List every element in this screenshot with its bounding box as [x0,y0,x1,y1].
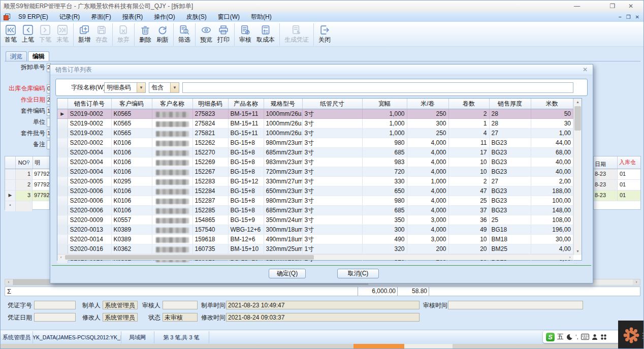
column-header[interactable]: 销售厚度 [489,99,531,109]
cancel-button[interactable]: 取消(C) [337,269,379,278]
menu-item[interactable]: 皮肤(S) [181,12,212,22]
table-row[interactable]: S2020-0005 K0295 152283 BG-15+12 330mm/2… [57,177,573,186]
table-row[interactable]: 8-23 01 [594,191,640,201]
toolbar-button[interactable]: 删除 [134,23,154,46]
table-row[interactable]: S2020-0006 K0106 152285 BG-15+8 685mm/23… [57,206,573,215]
scroll-right-icon[interactable]: › [566,255,573,260]
menu-item[interactable]: 记录(R) [54,12,86,22]
table-row[interactable]: S2020-0016 K0362 160735 BM-15+10 320mm/2… [57,244,573,254]
child-close-icon[interactable]: ✕ [635,14,639,20]
column-header[interactable]: 纸管尺寸 [302,99,362,109]
column-header[interactable]: 产品名称 [228,99,264,109]
scroll-thumb[interactable] [574,106,581,131]
table-row[interactable]: S2020-0002 K0106 152262 BG-15+8 980mm/23… [57,138,573,148]
column-header[interactable]: 客户名称 [152,99,192,109]
table-row[interactable]: ▶ S2019-0002 K0565 275823 BM-15+11 1000m… [57,109,573,119]
scroll-thumb[interactable] [65,255,314,260]
keyboard-icon[interactable] [581,334,589,340]
creator-field[interactable]: 系统管理员 [103,301,138,309]
column-header[interactable]: 明细条码 [192,99,228,109]
toolbar-button[interactable]: 预览 [195,23,215,46]
scroll-up-icon[interactable]: ▲ [574,99,582,106]
toolbar-button[interactable]: 打印 [215,23,232,46]
column-header[interactable]: 米/卷 [407,99,448,109]
status-field[interactable]: 未审核 [163,313,198,322]
filter-operator-select[interactable]: 包含 ▼ [149,82,179,93]
table-row[interactable]: S2020-0006 K0106 152284 BG-15+8 650mm/23… [57,186,573,196]
no-column-header[interactable]: NO [16,156,33,169]
table-row[interactable]: 8-23 01 [594,180,640,191]
toolbar-button[interactable]: 筛选 [173,23,193,46]
table-row[interactable]: S2020-0004 K0106 152269 BG-15+8 983mm/23… [57,157,573,167]
toolbar-button[interactable]: 关闭 [313,23,333,46]
table-row[interactable]: S2020-0009 K0557 154865 BG-15+9 350mm/24… [57,215,573,225]
detail-column-header[interactable]: 明 [33,156,49,169]
voucher-date-field[interactable] [34,313,76,322]
column-header[interactable]: 宽幅 [362,99,407,109]
toolbar-button[interactable]: 取成本 [254,23,277,46]
table-row[interactable]: S2020-0004 K0106 152267 BG-15+8 720mm/23… [57,167,573,177]
toolbar-button[interactable]: 放弃 [112,23,132,46]
table-row[interactable]: S2020-0006 K0106 152287 BG-15+8 980mm/23… [57,196,573,206]
scroll-right-icon[interactable]: › [633,279,640,285]
column-header[interactable]: 客户编码 [111,99,152,109]
voucher-no-field[interactable] [34,301,76,309]
table-row[interactable]: 8-23 01 [594,169,640,180]
close-button[interactable]: ✕ [623,1,638,12]
toolbox-icon[interactable] [600,334,607,340]
chevron-down-icon[interactable]: ▼ [137,83,145,92]
table-row[interactable]: ▶ 3 97792 [5,191,49,201]
column-header[interactable]: 米数 [531,99,573,109]
scroll-down-icon[interactable]: ▼ [574,248,582,255]
modifier-field[interactable]: 系统管理员 [103,313,138,322]
maximize-button[interactable]: ❐ [605,1,620,12]
menu-item[interactable]: 操作(O) [148,12,180,22]
scroll-left-icon[interactable]: ‹ [5,279,12,285]
column-header[interactable]: 卷数 [448,99,489,109]
audit-time-field[interactable] [448,301,583,309]
column-header[interactable]: 销售订单号 [68,99,111,109]
toolbar-button[interactable]: 下笔 [37,23,54,46]
menu-item[interactable]: 帮助(H) [245,12,277,22]
dialog-close-icon[interactable]: ✕ [583,65,588,75]
tray-app-icon[interactable]: ••• [618,321,644,349]
filter-value-input[interactable] [182,82,573,93]
scroll-left-icon[interactable]: ‹ [57,255,65,260]
child-restore-icon[interactable]: ❐ [626,14,631,20]
ok-button[interactable]: 确定(Q) [269,269,306,278]
toolbar-button[interactable]: 新增 [73,23,93,46]
taskbar-orange-segment[interactable] [353,344,404,349]
person-icon[interactable] [592,334,598,340]
sogou-logo-icon[interactable]: S [546,333,555,341]
toolbar-button[interactable]: 审核 [234,23,254,46]
toolbar-button[interactable]: 存盘 [93,23,110,46]
table-row[interactable]: S2019-0002 K0565 275824 BM-15+11 1000mm/… [57,119,573,129]
toolbar-button[interactable]: 生成凭证 [279,23,311,46]
menu-item[interactable]: 窗口(W) [212,12,245,22]
date-column-header[interactable]: 日期 [594,156,618,169]
menu-item[interactable]: S9 ERP(E) [13,12,54,22]
wubi-mode-icon[interactable]: 五 [557,331,564,343]
table-row[interactable]: S2019-0002 K0565 275821 BG-15+11 1000mm/… [57,129,573,138]
toolbar-button[interactable]: 上笔 [19,23,37,46]
punctuation-icon[interactable]: ’, [575,331,578,343]
column-header[interactable]: 规格型号 [264,99,302,109]
moon-icon[interactable] [566,334,573,340]
create-time-field[interactable]: 2021-08-23 10:49:47 [226,301,420,309]
table-row[interactable]: S2020-0013 K0389 157540 WBG-12+6 300mm/1… [57,225,573,235]
dialog-title-bar[interactable]: 销售订单列表 ✕ [50,65,593,75]
table-row[interactable]: 1 97792 [5,169,49,180]
modify-time-field[interactable]: 2021-08-24 09:03:37 [226,313,420,322]
taskbar-white-segment[interactable] [404,344,453,349]
table-row[interactable]: S2020-0014 K0389 159618 BM-12+6 490mm/18… [57,235,573,244]
table-row[interactable]: 2 97792 [5,180,49,191]
table-row[interactable]: S2020-0004 K0106 152270 BG-15+8 685mm/23… [57,148,573,157]
menu-item[interactable]: 报表(R) [117,12,149,22]
chevron-down-icon[interactable]: ▼ [170,83,179,92]
tray-menu-dots[interactable]: ••• [642,332,643,339]
toolbar-button[interactable]: 末笔 [54,23,71,46]
grid-hscrollbar[interactable]: ‹ › [57,254,573,260]
filter-field-select[interactable]: 明细条码 ▼ [104,82,146,93]
warehouse-column-header[interactable]: 入库仓库 [618,156,640,169]
auditor-field[interactable] [163,301,198,309]
